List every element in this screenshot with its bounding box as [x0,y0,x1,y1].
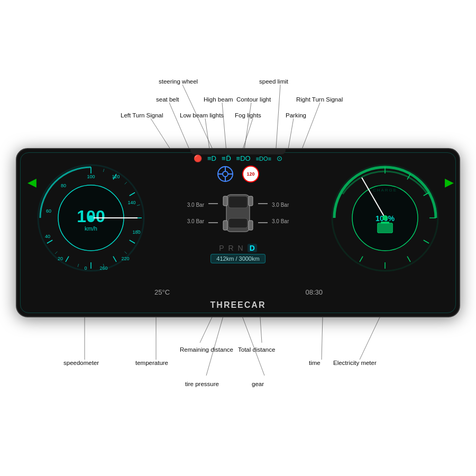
car-icon [222,187,254,240]
svg-line-57 [424,240,429,243]
parking-label: Parking [286,112,306,118]
contour-light-icon: ≡DO≡ [256,155,271,162]
svg-line-30 [137,205,140,206]
tire-pressure-rear-right: 3.0 Bar [272,218,289,224]
svg-line-32 [125,252,127,254]
temperature-value: 25°C [154,288,170,296]
gear-r: R [228,244,233,252]
svg-text:0: 0 [84,266,87,271]
svg-text:20: 20 [58,256,63,261]
svg-line-21 [130,193,135,196]
electricity-meter-gauge: CHARGE 100% [327,160,443,276]
svg-line-15 [360,317,380,360]
parking-icon: ⊙ [277,154,282,162]
svg-line-26 [66,257,69,262]
svg-text:km/h: km/h [85,225,97,232]
high-beam-icon: ≡D̈ [222,154,231,162]
center-panel: 🔴 ≡D ≡D̈ ≡DO ≡DO≡ ⊙ [160,149,316,316]
low-beam-icon: ≡D [207,154,216,162]
electricity-meter-label: Electricity meter [333,360,377,366]
gear-selector: P R N D [219,244,257,252]
svg-text:220: 220 [121,256,129,261]
svg-text:120: 120 [112,174,120,179]
svg-rect-65 [378,224,392,232]
speed-limit-label: speed limit [259,78,288,85]
seat-belt-label: seat belt [156,96,179,103]
temperature-display: 25°C [154,288,170,296]
steering-wheel-icon [217,166,234,182]
svg-rect-76 [228,196,248,208]
svg-line-60 [360,257,363,262]
svg-text:100: 100 [87,174,95,179]
time-value: 08:30 [305,288,323,296]
svg-text:260: 260 [99,266,107,271]
gear-d-active: D [248,244,257,252]
low-beam-label: Low beam lights [180,112,224,118]
svg-rect-80 [223,221,227,230]
gear-n: N [238,244,243,252]
tire-pressure-front-right: 3.0 Bar [272,202,289,208]
warning-icons-row: 🔴 ≡D ≡D̈ ≡DO ≡DO≡ ⊙ [160,154,316,162]
svg-text:180: 180 [132,230,140,235]
fog-lights-icon: ≡DO [236,154,251,162]
svg-point-51 [88,215,94,221]
right-turn-icon: ▶ [445,176,454,189]
temperature-label: temperature [135,360,168,366]
svg-rect-77 [228,218,248,228]
car-top-view: 3.0 Bar 3.0 Bar [187,187,289,240]
time-label: time [309,360,321,366]
speed-limit-value: 120 [246,171,254,177]
svg-line-23 [130,240,135,243]
speedometer-gauge: 100 80 60 40 20 0 120 140 180 220 260 10… [33,160,149,276]
gear-label: gear [252,381,264,387]
remaining-distance-label: Remaining distance [180,346,233,353]
speedometer-label: speedometer [63,360,99,366]
tire-pressure-rear-left: 3.0 Bar [187,218,204,224]
svg-line-13 [241,312,264,376]
tire-pressure-label: tire pressure [185,381,219,387]
svg-line-27 [47,240,52,243]
speed-limit-badge: 120 [242,166,259,182]
svg-text:80: 80 [61,183,66,188]
svg-line-34 [78,264,79,267]
svg-line-14 [322,317,323,360]
seatbelt-icon: 🔴 [194,154,202,162]
dashboard: ◀ ▶ [16,148,460,317]
svg-rect-79 [249,196,253,206]
brand-name: THREECAR [210,300,266,310]
svg-text:140: 140 [127,200,135,205]
brand-label: THREECAR [210,300,266,309]
right-turn-signal-label: Right Turn Signal [296,96,343,103]
svg-line-28 [103,169,104,172]
svg-point-70 [223,171,228,177]
gear-p: P [219,244,224,252]
svg-line-29 [125,182,127,184]
time-display: 08:30 [305,288,323,296]
total-distance-label: Total distance [238,346,275,353]
svg-rect-78 [223,196,227,206]
svg-point-68 [382,215,388,221]
distance-value: 412km / 3000km [216,255,259,262]
contour-light-label: Contour light [236,96,271,103]
svg-line-24 [113,257,116,262]
svg-line-35 [55,252,57,254]
high-beam-label: High beam [204,96,233,103]
fog-lights-label: Fog lights [235,112,261,118]
svg-rect-81 [249,221,253,230]
steering-wheel-label: steering wheel [159,78,198,85]
svg-text:40: 40 [45,234,50,239]
distance-display: 412km / 3000km [210,254,265,263]
left-turn-signal-label: Left Turn Signal [121,112,163,118]
tire-pressure-front-left: 3.0 Bar [187,202,204,208]
svg-text:60: 60 [46,208,51,214]
svg-line-58 [407,257,410,262]
